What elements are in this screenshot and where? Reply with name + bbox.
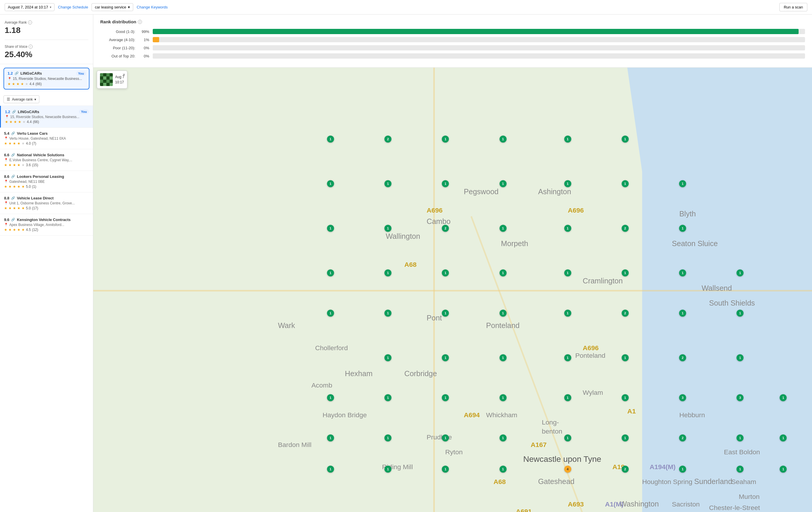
highlighted-business-card[interactable]: You 1.2 🔗 LINGsCARs 📍 15, Riverside Stud… bbox=[3, 68, 89, 89]
map-marker[interactable]: 1 bbox=[679, 269, 686, 277]
svg-text:Haydon Bridge: Haydon Bridge bbox=[323, 411, 367, 419]
svg-rect-18 bbox=[642, 68, 812, 512]
zoom-out-button[interactable]: − bbox=[801, 496, 809, 505]
map-marker[interactable]: 1 bbox=[622, 269, 629, 277]
map-marker[interactable]: 2 bbox=[622, 225, 629, 232]
map-marker[interactable]: 1 bbox=[499, 434, 506, 442]
map-marker[interactable]: 2 bbox=[442, 225, 449, 232]
map-marker[interactable]: 1 bbox=[442, 354, 449, 361]
map-marker[interactable]: 1 bbox=[499, 269, 506, 277]
map-marker[interactable]: 1 bbox=[679, 225, 686, 232]
popup-close-button[interactable]: × bbox=[123, 72, 125, 77]
map-marker[interactable]: 3 bbox=[679, 394, 686, 401]
run-scan-button[interactable]: Run a scan bbox=[779, 3, 807, 11]
map-marker[interactable]: 1 bbox=[564, 434, 571, 442]
svg-marker-19 bbox=[583, 68, 812, 276]
map-marker[interactable]: 1 bbox=[679, 466, 686, 473]
map-marker[interactable]: 1 bbox=[564, 180, 571, 187]
map-marker[interactable]: 1 bbox=[442, 466, 449, 473]
rank-dist-info-icon[interactable]: i bbox=[138, 20, 142, 24]
map-marker[interactable]: 2 bbox=[622, 310, 629, 317]
map-marker[interactable]: 1 bbox=[564, 269, 571, 277]
map-marker[interactable]: 1 bbox=[679, 180, 686, 187]
map-marker[interactable]: 1 bbox=[736, 466, 744, 473]
list-item[interactable]: 5.4 🔗 Vertu Lease Cars 📍 Vertu House, Ga… bbox=[0, 128, 93, 149]
map-marker[interactable]: 1 bbox=[384, 354, 392, 361]
map-marker[interactable]: 1 bbox=[499, 354, 506, 361]
map-marker[interactable]: 1 bbox=[564, 354, 571, 361]
map-marker[interactable]: 1 bbox=[327, 269, 334, 277]
list-item[interactable]: 9.6 🔗 Kensington Vehicle Contracts 📍 Ape… bbox=[0, 214, 93, 235]
map-marker[interactable]: 1 bbox=[442, 394, 449, 401]
map-marker[interactable]: 4 bbox=[564, 466, 571, 473]
change-keywords-link[interactable]: Change Keywords bbox=[137, 5, 168, 9]
terms-link[interactable]: Terms bbox=[775, 510, 783, 512]
bi-stars-row: ★★★★★ 4.5 (12) bbox=[4, 228, 89, 232]
map-marker[interactable]: 1 bbox=[736, 269, 744, 277]
map-marker[interactable]: 1 bbox=[499, 394, 506, 401]
map-marker[interactable]: 1 bbox=[499, 310, 506, 317]
map-marker[interactable]: 2 bbox=[384, 136, 392, 143]
map-marker[interactable]: 1 bbox=[499, 180, 506, 187]
map-marker[interactable]: 1 bbox=[564, 310, 571, 317]
share-of-voice-info-icon[interactable]: i bbox=[29, 45, 33, 49]
map-marker[interactable]: 1 bbox=[622, 354, 629, 361]
map-marker[interactable]: 1 bbox=[499, 136, 506, 143]
map-marker[interactable]: 1 bbox=[564, 225, 571, 232]
map-marker[interactable]: 1 bbox=[622, 180, 629, 187]
map-marker[interactable]: 1 bbox=[327, 136, 334, 143]
map-marker[interactable]: 1 bbox=[327, 310, 334, 317]
list-item[interactable]: 8.8 🔗 Vehicle Lease Direct 📍 Unit 1, Osb… bbox=[0, 193, 93, 214]
map-marker[interactable]: 1 bbox=[442, 310, 449, 317]
map-marker[interactable]: 1 bbox=[327, 225, 334, 232]
list-item[interactable]: 8.6 🔗 Lookers Personal Leasing 📍 Gateshe… bbox=[0, 171, 93, 193]
map-marker[interactable]: 1 bbox=[736, 310, 744, 317]
map-marker[interactable]: 1 bbox=[384, 394, 392, 401]
map-marker[interactable]: 1 bbox=[384, 269, 392, 277]
map-marker[interactable]: 1 bbox=[327, 466, 334, 473]
map-marker[interactable]: 1 bbox=[780, 434, 787, 442]
svg-text:A194(M): A194(M) bbox=[650, 463, 675, 471]
list-item[interactable]: 1.2 🔗 LINGsCARs You 📍 15, Riverside Stud… bbox=[0, 106, 93, 128]
list-item[interactable]: 6.6 🔗 National Vehicle Solutions 📍 E.Vol… bbox=[0, 149, 93, 171]
map-marker[interactable]: 3 bbox=[736, 394, 744, 401]
map-marker[interactable]: 1 bbox=[780, 466, 787, 473]
map-marker[interactable]: 1 bbox=[442, 136, 449, 143]
map-marker[interactable]: 1 bbox=[384, 310, 392, 317]
map-marker[interactable]: 1 bbox=[736, 354, 744, 361]
map-marker[interactable]: 1 bbox=[442, 180, 449, 187]
change-schedule-link[interactable]: Change Schedule bbox=[58, 5, 88, 9]
map-marker[interactable]: 1 bbox=[736, 434, 744, 442]
zoom-in-button[interactable]: + bbox=[801, 488, 809, 496]
map-marker[interactable]: 1 bbox=[780, 394, 787, 401]
map-marker[interactable]: 1 bbox=[622, 394, 629, 401]
map-marker[interactable]: 1 bbox=[384, 180, 392, 187]
map-marker[interactable]: 1 bbox=[442, 434, 449, 442]
map-marker[interactable]: 1 bbox=[327, 180, 334, 187]
average-rank-info-icon[interactable]: i bbox=[28, 21, 32, 25]
map-marker[interactable]: 1 bbox=[499, 225, 506, 232]
map-marker[interactable]: 2 bbox=[679, 434, 686, 442]
map-marker[interactable]: 1 bbox=[442, 269, 449, 277]
map-marker[interactable]: 1 bbox=[384, 434, 392, 442]
report-error-link[interactable]: Report a map error bbox=[785, 510, 810, 512]
keyword-button[interactable]: car leasing service ▾ bbox=[91, 3, 133, 11]
map-marker[interactable]: 1 bbox=[564, 394, 571, 401]
map-marker[interactable]: 1 bbox=[622, 136, 629, 143]
map-marker[interactable]: 1 bbox=[679, 310, 686, 317]
map-footer: Keyboard shortcuts Google Map data ©2024… bbox=[93, 509, 812, 512]
map-marker[interactable]: 1 bbox=[327, 434, 334, 442]
bi-stars-row: ★★★★★ 5.0 (17) bbox=[4, 206, 89, 210]
schedule-button[interactable]: August 7, 2024 at 10:17 ▾ bbox=[5, 3, 55, 11]
star-empty: ★ bbox=[22, 163, 25, 167]
map-marker[interactable]: 1 bbox=[327, 394, 334, 401]
map-marker[interactable]: 2 bbox=[679, 354, 686, 361]
map-marker[interactable]: 1 bbox=[564, 136, 571, 143]
map-marker[interactable]: 1 bbox=[384, 466, 392, 473]
svg-rect-1 bbox=[100, 73, 103, 76]
sort-button[interactable]: ☰ Average rank ▾ bbox=[3, 95, 39, 103]
map-marker[interactable]: 1 bbox=[499, 466, 506, 473]
map-marker[interactable]: 1 bbox=[384, 225, 392, 232]
map-marker[interactable]: 2 bbox=[622, 466, 629, 473]
map-marker[interactable]: 1 bbox=[622, 434, 629, 442]
